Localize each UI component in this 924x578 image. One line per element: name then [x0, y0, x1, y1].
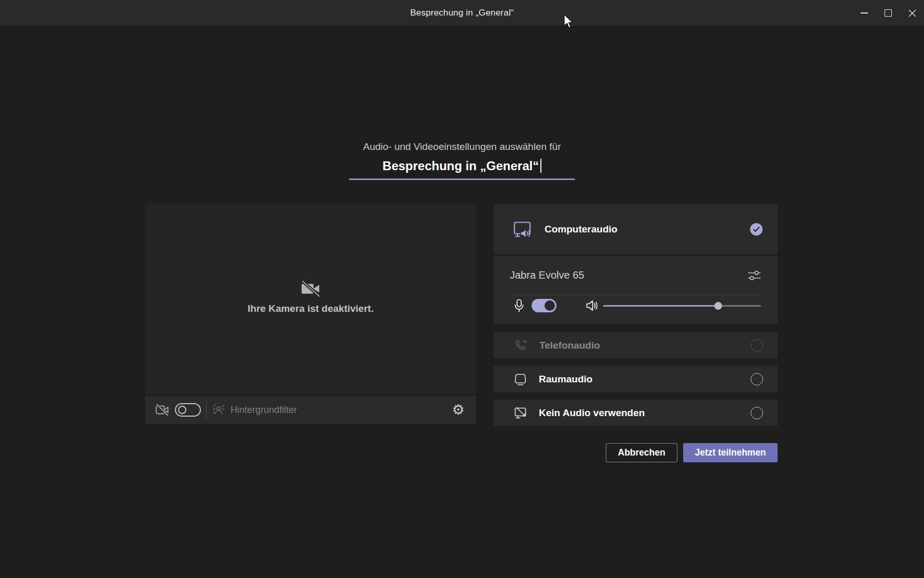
phone-audio-radio[interactable] — [751, 339, 763, 352]
minimize-icon — [861, 12, 868, 13]
microphone-toggle-knob — [545, 300, 555, 311]
audio-option-computeraudio[interactable]: Computeraudio — [494, 204, 778, 254]
no-audio-label: Kein Audio verwenden — [539, 407, 645, 419]
minimize-button[interactable] — [852, 0, 876, 26]
microphone-icon — [514, 299, 524, 312]
window-title: Besprechung in „General“ — [0, 0, 924, 26]
computer-audio-label: Computeraudio — [545, 224, 617, 235]
meeting-name-underline — [349, 178, 575, 180]
phone-audio-label: Telefonaudio — [539, 340, 600, 351]
cancel-button[interactable]: Abbrechen — [606, 443, 677, 462]
camera-toggle-icon — [155, 403, 169, 417]
room-audio-icon — [513, 372, 527, 386]
audio-option-kein-audio[interactable]: Kein Audio verwenden — [494, 400, 778, 426]
selected-check-icon — [750, 223, 763, 236]
bar-divider — [206, 401, 207, 419]
settings-subtitle: Audio- und Videoeinstellungen auswählen … — [0, 141, 924, 153]
background-filter-label[interactable]: Hintergrundfilter — [230, 405, 297, 416]
video-control-bar: Hintergrundfilter ⚙ — [145, 396, 476, 424]
no-audio-radio[interactable] — [751, 407, 763, 419]
microphone-toggle[interactable] — [532, 299, 556, 312]
room-audio-radio[interactable] — [751, 373, 763, 386]
background-filter-icon — [212, 403, 225, 417]
audio-option-raumaudio[interactable]: Raumaudio — [494, 366, 778, 392]
join-button[interactable]: Jetzt teilnehmen — [683, 443, 778, 462]
device-settings-icon[interactable] — [747, 269, 762, 282]
text-caret — [540, 159, 541, 173]
phone-audio-icon — [513, 338, 528, 353]
no-audio-icon — [513, 406, 527, 420]
volume-slider-thumb[interactable] — [714, 302, 722, 310]
camera-toggle-knob — [178, 406, 186, 414]
settings-gear-icon[interactable]: ⚙ — [452, 403, 465, 417]
camera-off-icon — [300, 280, 322, 298]
window-titlebar: Besprechung in „General“ — [0, 0, 924, 26]
camera-toggle[interactable] — [175, 403, 201, 417]
speaker-icon — [586, 299, 599, 312]
camera-off-message: Ihre Kamera ist deaktiviert. — [248, 303, 374, 314]
maximize-icon — [885, 9, 892, 17]
teams-prejoin-window: Besprechung in „General“ Audio- und Vide… — [0, 0, 924, 578]
close-icon — [908, 9, 916, 17]
audio-option-telefonaudio[interactable]: Telefonaudio — [494, 332, 778, 359]
room-audio-label: Raumaudio — [539, 374, 592, 385]
volume-slider[interactable] — [603, 301, 761, 310]
audio-device-section: Jabra Evolve 65 — [494, 256, 778, 324]
close-button[interactable] — [900, 0, 924, 26]
computer-audio-icon — [513, 221, 533, 238]
volume-slider-fill — [603, 305, 718, 307]
audio-device-name: Jabra Evolve 65 — [510, 269, 584, 281]
mouse-cursor — [563, 14, 575, 30]
video-preview: Ihre Kamera ist deaktiviert. — [145, 203, 476, 394]
maximize-button[interactable] — [876, 0, 900, 26]
meeting-name-input[interactable]: Besprechung in „General“ — [0, 159, 924, 173]
